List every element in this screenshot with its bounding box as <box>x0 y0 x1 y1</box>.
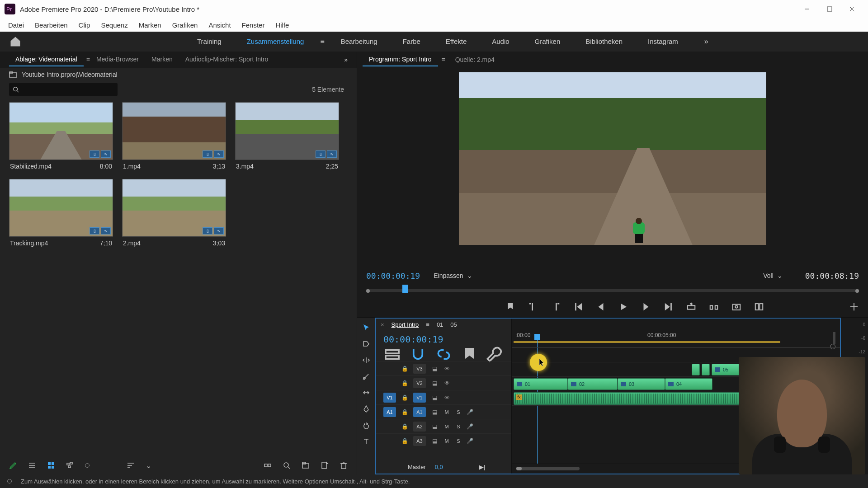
vertical-zoom-handle[interactable] <box>833 332 835 344</box>
tab-audioclip-mischer[interactable]: Audioclip-Mischer: Sport Intro <box>179 53 275 66</box>
clip-tracking[interactable]: ▯∿ Tracking.mp47;10 <box>9 179 113 247</box>
sort-menu-icon[interactable] <box>127 461 135 469</box>
sync-lock-icon[interactable]: ⬓ <box>430 408 439 416</box>
project-search-input[interactable] <box>9 83 118 96</box>
slip-tool-icon[interactable] <box>361 387 372 398</box>
timeline-clip[interactable] <box>702 364 710 375</box>
pencil-icon[interactable] <box>9 461 17 469</box>
sync-lock-icon[interactable]: ⬓ <box>430 437 439 445</box>
source-patch-v1[interactable]: V1 <box>383 393 396 403</box>
mute-button[interactable]: M <box>443 409 450 415</box>
home-button[interactable] <box>9 35 22 48</box>
panel-overflow-icon[interactable]: » <box>344 56 348 63</box>
track-header-v2[interactable]: 🔒 V2 ⬓ 👁 <box>376 375 511 390</box>
find-icon[interactable] <box>283 461 291 469</box>
track-header-a3[interactable]: 🔒 A3 ⬓ M S 🎤 <box>376 433 511 448</box>
timeline-playhead[interactable] <box>534 334 540 340</box>
window-close-button[interactable] <box>841 0 863 18</box>
menu-grafiken[interactable]: Grafiken <box>167 19 203 31</box>
sync-lock-icon[interactable]: ⬓ <box>430 365 439 373</box>
step-forward-button[interactable] <box>641 302 651 312</box>
timeline-timecode[interactable]: 00:00:00:19 <box>383 334 443 345</box>
mute-button[interactable]: M <box>443 438 450 444</box>
master-value[interactable]: 0,0 <box>435 464 443 470</box>
lock-icon[interactable]: 🔒 <box>401 379 409 387</box>
menu-clip[interactable]: Clip <box>73 19 96 31</box>
solo-button[interactable]: S <box>455 409 462 415</box>
source-patch-a1[interactable]: A1 <box>383 407 396 417</box>
program-timecode[interactable]: 00:00:00:19 <box>366 271 420 281</box>
workspace-farbe[interactable]: Farbe <box>390 33 433 50</box>
voiceover-mic-icon[interactable]: 🎤 <box>467 438 475 444</box>
master-track-row[interactable]: Master 0,0 ▶| <box>376 460 511 474</box>
pen-tool-icon[interactable] <box>361 404 372 414</box>
workspace-overflow-icon[interactable]: » <box>700 33 713 50</box>
mark-out-button[interactable] <box>551 302 561 312</box>
lock-icon[interactable]: 🔒 <box>401 394 409 402</box>
track-select-tool-icon[interactable] <box>361 338 372 349</box>
program-playhead-marker[interactable] <box>402 285 408 293</box>
new-item-icon[interactable] <box>321 461 329 469</box>
clip-2mp4[interactable]: ▯∿ 2.mp43;03 <box>122 179 226 247</box>
quality-dropdown[interactable]: Voll⌄ <box>763 272 783 279</box>
menu-sequenz[interactable]: Sequenz <box>95 19 133 31</box>
timeline-audio-clip[interactable]: fx <box>514 392 760 405</box>
lock-icon[interactable]: 🔒 <box>401 365 409 373</box>
icon-view-icon[interactable] <box>47 461 55 469</box>
linked-selection-icon[interactable] <box>435 346 453 363</box>
menu-ansicht[interactable]: Ansicht <box>203 19 236 31</box>
voiceover-mic-icon[interactable]: 🎤 <box>467 423 475 430</box>
timeline-clip[interactable] <box>692 364 700 375</box>
new-bin-icon[interactable] <box>302 461 310 469</box>
tab-quelle-2mp4[interactable]: Quelle: 2.mp4 <box>449 53 501 66</box>
window-maximize-button[interactable] <box>818 0 841 18</box>
sync-lock-icon[interactable]: ⬓ <box>430 394 439 402</box>
panel-menu-icon[interactable]: ≡ <box>426 321 429 328</box>
automate-to-sequence-icon[interactable] <box>264 461 272 469</box>
button-editor-plus-icon[interactable] <box>849 302 859 312</box>
timeline-clip[interactable]: 01 <box>514 378 568 390</box>
workspace-menu-icon[interactable]: ≡ <box>316 33 328 50</box>
solo-button[interactable]: S <box>455 438 462 444</box>
go-to-out-button[interactable] <box>664 302 674 312</box>
clip-1mp4[interactable]: ▯∿ 1.mp43;13 <box>122 102 226 170</box>
add-marker-icon[interactable] <box>461 346 478 363</box>
eye-icon[interactable]: 👁 <box>443 365 451 373</box>
track-header-a2[interactable]: 🔒 A2 ⬓ M S 🎤 <box>376 419 511 433</box>
lock-icon[interactable]: 🔒 <box>401 437 409 445</box>
menu-datei[interactable]: Datei <box>3 19 29 31</box>
snap-icon[interactable] <box>409 346 427 363</box>
lock-icon[interactable]: 🔒 <box>401 408 409 416</box>
workspace-bearbeitung[interactable]: Bearbeitung <box>328 33 390 50</box>
tab-ablage-videomaterial[interactable]: Ablage: Videomaterial <box>9 53 84 66</box>
workspace-effekte[interactable]: Effekte <box>433 33 479 50</box>
go-to-in-button[interactable] <box>573 302 583 312</box>
hand-tool-icon[interactable] <box>361 420 372 431</box>
razor-tool-icon[interactable] <box>361 371 372 382</box>
tab-marken[interactable]: Marken <box>145 53 179 66</box>
tab-media-browser[interactable]: Media-Browser <box>90 53 145 66</box>
lift-button[interactable] <box>686 302 696 312</box>
eye-icon[interactable]: 👁 <box>443 394 451 402</box>
mark-in-button[interactable] <box>528 302 538 312</box>
timeline-ruler[interactable]: :00:00 00:00:05:00 <box>512 319 840 347</box>
sequence-tab-sport-intro[interactable]: Sport Intro <box>392 321 419 328</box>
in-out-range[interactable] <box>514 341 780 343</box>
track-header-v1[interactable]: V1 🔒 V1 ⬓ 👁 <box>376 390 511 404</box>
timeline-clip[interactable]: 04 <box>665 378 712 390</box>
clip-stabilized[interactable]: ▯∿ Stabilized.mp48:00 <box>9 102 113 170</box>
sync-lock-icon[interactable]: ⬓ <box>430 379 439 387</box>
type-tool-icon[interactable] <box>361 436 372 447</box>
timeline-clip[interactable]: 02 <box>568 378 618 390</box>
sequence-tab-01[interactable]: 01 <box>437 321 443 328</box>
workspace-training[interactable]: Training <box>184 33 234 50</box>
workspace-zusammenstellung[interactable]: Zusammenstellung <box>234 33 317 50</box>
eye-icon[interactable]: 👁 <box>443 379 451 387</box>
export-frame-button[interactable] <box>731 302 741 312</box>
menu-marken[interactable]: Marken <box>133 19 167 31</box>
selection-tool-icon[interactable] <box>361 322 372 333</box>
timeline-settings-wrench-icon[interactable] <box>486 346 504 363</box>
trash-icon[interactable] <box>340 461 348 469</box>
panel-menu-icon[interactable]: ≡ <box>438 56 449 63</box>
program-monitor[interactable] <box>357 68 868 267</box>
